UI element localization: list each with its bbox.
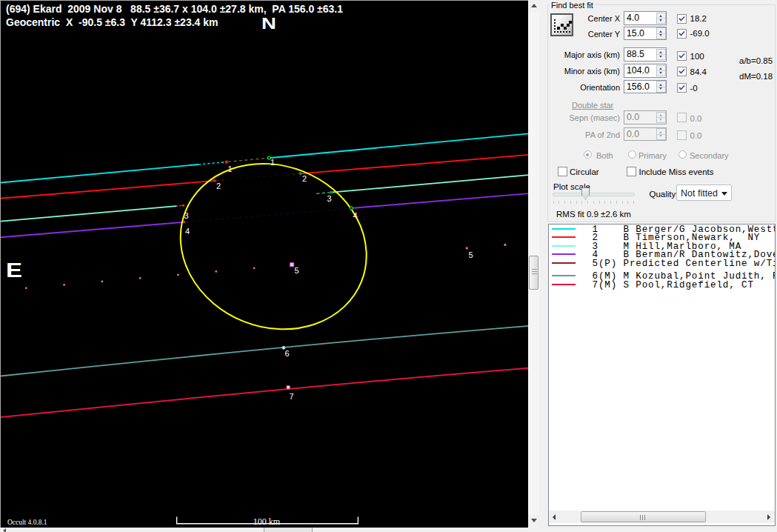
svg-text:6: 6 (285, 349, 290, 358)
svg-text:1: 1 (228, 164, 233, 173)
svg-text:4: 4 (353, 211, 358, 220)
svg-text:4: 4 (185, 227, 190, 236)
svg-text:2: 2 (302, 174, 307, 183)
svg-text:7: 7 (290, 392, 294, 401)
svg-text:3: 3 (184, 211, 189, 220)
svg-text:100 km: 100 km (253, 516, 281, 527)
svg-text:3: 3 (327, 194, 332, 203)
svg-text:2: 2 (216, 182, 221, 190)
svg-text:5: 5 (295, 266, 299, 275)
svg-text:1: 1 (270, 158, 275, 167)
svg-text:5: 5 (469, 250, 473, 259)
